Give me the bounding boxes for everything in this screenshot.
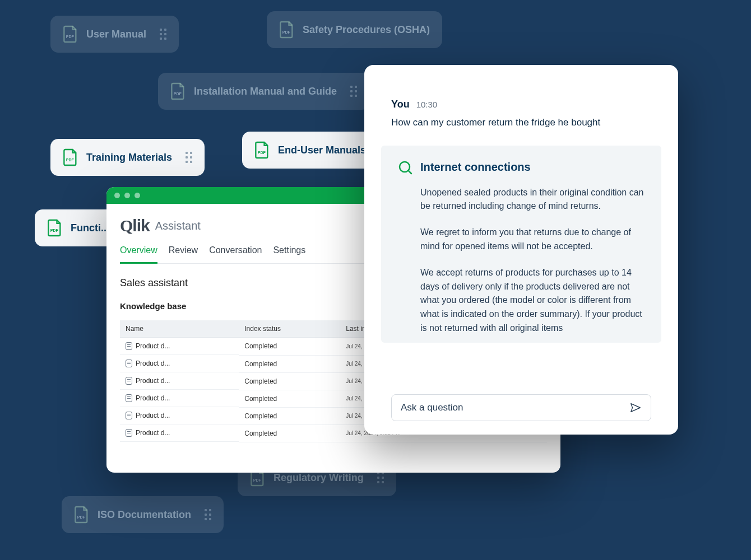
message-header: You 10:30 xyxy=(391,99,651,110)
cell-name: Product d... xyxy=(120,372,239,390)
sender-label: You xyxy=(391,99,410,110)
doc-chip-enduser[interactable]: PDF End-User Manuals xyxy=(242,132,378,169)
cell-status: Completed xyxy=(239,424,340,442)
cell-status: Completed xyxy=(239,407,340,424)
window-dot[interactable] xyxy=(135,193,140,198)
cell-status: Completed xyxy=(239,372,340,390)
cell-name: Product d... xyxy=(120,390,239,407)
kb-title: Knowledge base xyxy=(120,301,186,311)
doc-chip-safety[interactable]: PDF Safety Procedures (OSHA) xyxy=(267,11,442,48)
svg-text:PDF: PDF xyxy=(258,151,266,155)
cell-name: Product d... xyxy=(120,338,239,355)
svg-text:PDF: PDF xyxy=(253,478,262,482)
tab-settings[interactable]: Settings xyxy=(273,245,305,263)
chip-label: End-User Manuals xyxy=(278,144,366,156)
chip-label: Installation Manual and Guide xyxy=(194,86,337,97)
database-icon xyxy=(126,342,132,350)
svg-text:PDF: PDF xyxy=(66,158,75,162)
drag-handle-icon[interactable] xyxy=(205,509,211,520)
window-dot[interactable] xyxy=(124,193,130,198)
answer-paragraph: Unopened sealed products in their origin… xyxy=(398,186,645,214)
answer-paragraph: We regret to inform you that returns due… xyxy=(398,226,645,254)
window-dot[interactable] xyxy=(114,193,120,198)
drag-handle-icon[interactable] xyxy=(186,152,192,163)
send-icon[interactable] xyxy=(629,402,642,414)
cell-name: Product d... xyxy=(120,424,239,442)
tab-conversation[interactable]: Conversation xyxy=(209,245,262,263)
chip-label: Functi... xyxy=(71,222,109,234)
cell-status: Completed xyxy=(239,390,340,407)
chip-label: Safety Procedures (OSHA) xyxy=(303,24,430,36)
svg-text:PDF: PDF xyxy=(50,228,59,232)
doc-chip-training[interactable]: PDF Training Materials xyxy=(50,139,205,176)
svg-text:PDF: PDF xyxy=(282,30,291,34)
user-question: How can my customer return the fridge he… xyxy=(391,116,651,130)
chip-label: Training Materials xyxy=(86,152,172,164)
database-icon xyxy=(126,377,132,385)
chip-label: ISO Documentation xyxy=(98,509,191,521)
answer-paragraph: We accept returns of products for purcha… xyxy=(398,266,645,335)
drag-handle-icon[interactable] xyxy=(377,472,384,483)
answer-title: Internet connections xyxy=(420,161,531,174)
database-icon xyxy=(126,412,132,419)
answer-card: Internet connections Unopened sealed pro… xyxy=(381,146,661,343)
qlik-logo: Qlik xyxy=(120,216,150,235)
tab-overview[interactable]: Overview xyxy=(120,245,157,264)
message-time: 10:30 xyxy=(416,100,438,109)
chip-label: User Manual xyxy=(86,29,146,40)
cell-status: Completed xyxy=(239,338,340,356)
cell-status: Completed xyxy=(239,355,340,372)
drag-handle-icon[interactable] xyxy=(160,29,166,40)
ask-placeholder: Ask a question xyxy=(401,402,463,413)
database-icon xyxy=(126,429,132,437)
database-icon xyxy=(126,394,132,402)
svg-line-9 xyxy=(409,170,412,174)
answer-source-icon xyxy=(398,160,412,175)
cell-name: Product d... xyxy=(120,355,239,372)
brand-subtitle: Assistant xyxy=(155,220,201,232)
cell-name: Product d... xyxy=(120,407,239,424)
col-status: Index status xyxy=(239,320,340,338)
chat-panel: You 10:30 How can my customer return the… xyxy=(364,65,678,435)
svg-text:PDF: PDF xyxy=(66,35,75,39)
svg-text:PDF: PDF xyxy=(174,92,182,96)
doc-chip-user-manual[interactable]: PDF User Manual xyxy=(50,16,179,53)
doc-chip-install[interactable]: PDF Installation Manual and Guide xyxy=(158,73,369,110)
doc-chip-iso[interactable]: PDF ISO Documentation xyxy=(62,496,224,533)
svg-text:PDF: PDF xyxy=(77,515,86,519)
chip-label: Regulatory Writing xyxy=(273,472,364,484)
drag-handle-icon[interactable] xyxy=(350,86,357,97)
ask-input[interactable]: Ask a question xyxy=(391,394,651,421)
tab-review[interactable]: Review xyxy=(169,245,198,263)
database-icon xyxy=(126,360,132,367)
col-name: Name xyxy=(120,320,239,338)
